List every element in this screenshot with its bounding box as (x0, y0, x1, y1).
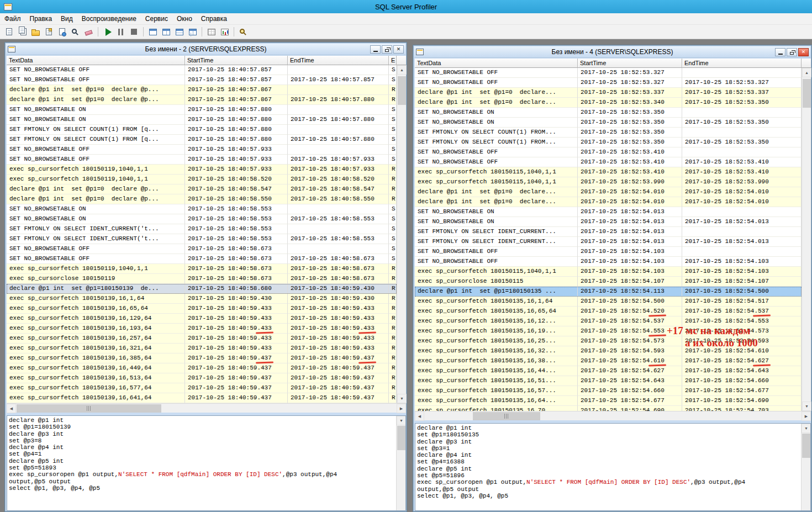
trace-row[interactable]: SET FMTONLY ON SELECT IDENT_CURRENT...20… (415, 237, 802, 247)
trace-row[interactable]: SET NO_BROWSETABLE OFF2017-10-25 18:40:5… (7, 244, 397, 254)
scroll-left-icon[interactable]: ◀ (7, 404, 16, 413)
trace-window-4-title-bar[interactable]: Без имени - 4 (SERVER\SQLEXPRESS) ✕ (414, 46, 810, 58)
trace-row[interactable]: exec sp_cursorfetch 180150115,1040,1,120… (415, 177, 802, 187)
window-tile-icon[interactable] (186, 26, 199, 38)
autoscroll-grid-icon[interactable] (205, 26, 218, 38)
trace-row[interactable]: declare @p1 int set @p1=0 declare...2017… (415, 98, 802, 108)
trace-row[interactable]: SET NO_BROWSETABLE ON2017-10-25 18:40:58… (7, 204, 397, 214)
menu-item-4[interactable]: Воспроизведение (77, 14, 141, 24)
trace-row[interactable]: exec sp_cursorclose 1801501192017-10-25 … (7, 274, 397, 284)
new-from-template-icon[interactable] (16, 26, 29, 38)
trace-row[interactable]: exec sp_cursorfetch 180150135,16,25...20… (415, 336, 802, 346)
trace-row[interactable]: SET FMTONLY ON SELECT COUNT(1) FROM [q..… (7, 125, 397, 135)
trace-row[interactable]: SET FMTONLY ON SELECT IDENT_CURRENT('t..… (7, 234, 397, 244)
scroll-up-icon[interactable]: ▲ (397, 65, 407, 75)
window-split-vertical-icon[interactable] (160, 26, 172, 38)
trace-row[interactable]: exec sp_cursorfetch 180150139,16,257,642… (7, 334, 397, 344)
trace-row[interactable]: SET NO_BROWSETABLE OFF2017-10-25 18:52:5… (415, 247, 802, 257)
trace-row[interactable]: SET FMTONLY ON SELECT COUNT(1) FROM...20… (415, 128, 802, 138)
trace-row[interactable]: declare @p1 int set @p1=0 declare...2017… (415, 88, 802, 98)
detail-vertical-scrollbar[interactable]: ▲ ▼ (396, 416, 405, 510)
stop-trace-icon[interactable] (128, 26, 140, 38)
menu-item-5[interactable]: Сервис (141, 14, 172, 24)
trace-row[interactable]: exec sp_cursorfetch 180150115,1040,1,120… (415, 267, 802, 277)
zoom-trace-icon[interactable] (237, 26, 250, 38)
find-icon[interactable] (69, 26, 82, 38)
scroll-right-icon[interactable]: ▶ (802, 411, 811, 421)
trace-row[interactable]: exec sp_cursorfetch 180150139,16,65,6420… (7, 304, 397, 314)
trace-properties-icon[interactable] (56, 26, 68, 38)
scrollbar-thumb[interactable] (803, 79, 811, 108)
trace-row[interactable]: exec sp_cursorfetch 180150135,16,19...20… (415, 326, 802, 336)
detail-vertical-scrollbar[interactable]: ▲ ▼ (801, 424, 810, 510)
trace-row[interactable]: exec sp_cursorfetch 180150119,1040,1,120… (7, 175, 397, 184)
column-header-textdata[interactable]: TextData (7, 56, 185, 65)
trace-row[interactable]: SET NO_BROWSETABLE OFF2017-10-25 18:52:5… (415, 78, 802, 88)
window-view-icon[interactable] (146, 26, 159, 38)
scrollbar-thumb[interactable] (397, 426, 405, 450)
scroll-left-icon[interactable]: ◀ (415, 411, 424, 421)
scroll-right-icon[interactable]: ▶ (397, 404, 406, 413)
trace-row[interactable]: SET FMTONLY ON SELECT IDENT_CURRENT...20… (415, 227, 802, 237)
close-button[interactable]: ✕ (393, 45, 404, 54)
scroll-down-icon[interactable]: ▼ (802, 402, 811, 411)
trace-row[interactable]: declare @p1 int set @p1=0 declare @p...2… (7, 184, 397, 194)
trace-row[interactable]: SET NO_BROWSETABLE ON2017-10-25 18:40:57… (7, 105, 397, 115)
trace-row[interactable]: exec sp_cursorfetch 180150135,16,65,6420… (415, 307, 802, 316)
trace-row[interactable]: exec sp_cursorfetch 180150135,16,57...20… (415, 386, 802, 396)
grid-horizontal-scrollbar[interactable]: ◀ ▶ (7, 403, 406, 413)
trace-row[interactable]: exec sp_cursorfetch 180150135,16,32...20… (415, 346, 802, 356)
scroll-up-icon[interactable]: ▲ (802, 68, 811, 77)
trace-row[interactable]: SET NO_BROWSETABLE ON2017-10-25 18:52:54… (415, 217, 802, 227)
trace-row[interactable]: SET NO_BROWSETABLE ON2017-10-25 18:52:53… (415, 108, 802, 118)
trace-row[interactable]: exec sp_cursorfetch 180150139,16,577,642… (7, 383, 397, 393)
scroll-down-icon[interactable]: ▼ (802, 424, 811, 433)
trace-row[interactable]: exec sp_cursorfetch 180150139,16,321,642… (7, 344, 397, 353)
trace-row[interactable]: SET NO_BROWSETABLE OFF2017-10-25 18:52:5… (415, 147, 802, 157)
trace-row[interactable]: exec sp_cursorfetch 180150135,16,12...20… (415, 316, 802, 326)
trace-row[interactable]: SET FMTONLY ON SELECT COUNT(1) FROM [q..… (7, 135, 397, 145)
column-header-endtime[interactable]: EndTime (682, 59, 802, 68)
trace-row[interactable]: exec sp_cursorfetch 180150139,16,385,642… (7, 353, 397, 363)
trace-row[interactable]: SET NO_BROWSETABLE OFF2017-10-25 18:40:5… (7, 65, 397, 75)
trace-row[interactable]: exec sp_cursorfetch 180150135,16,64...20… (415, 396, 802, 406)
trace-row[interactable]: declare @p1 int set @p1=0 declare...2017… (415, 187, 802, 197)
minimize-button[interactable] (775, 48, 785, 56)
trace-row[interactable]: SET FMTONLY ON SELECT COUNT(1) FROM...20… (415, 138, 802, 147)
pause-trace-icon[interactable] (114, 26, 127, 38)
scrollbar-thumb[interactable] (802, 434, 810, 458)
menu-item-3[interactable]: Вид (56, 14, 77, 24)
grid-vertical-scrollbar[interactable]: ▲ ▼ (397, 65, 406, 403)
trace-row[interactable]: exec sp_cursorfetch 180150139,16,193,642… (7, 324, 397, 334)
scrollbar-thumb[interactable] (398, 76, 406, 105)
restore-button[interactable] (382, 45, 392, 54)
column-header-e[interactable]: E (389, 56, 397, 65)
trace-row[interactable]: exec sp_cursorfetch 180150119,1040,1,120… (7, 264, 397, 274)
start-trace-icon[interactable] (101, 26, 114, 38)
trace-row[interactable]: SET NO_BROWSETABLE OFF2017-10-25 18:52:5… (415, 257, 802, 267)
trace-row[interactable]: exec sp_cursorfetch 180150139,16,449,642… (7, 363, 397, 373)
trace-row[interactable]: declare @p1 int set @p1=0 declare @p...2… (7, 85, 397, 95)
new-trace-icon[interactable] (3, 26, 15, 38)
trace-row[interactable]: SET FMTONLY ON SELECT IDENT_CURRENT('t..… (7, 224, 397, 234)
save-trace-icon[interactable] (43, 26, 55, 38)
window-split-horizontal-icon[interactable] (173, 26, 186, 38)
minimize-button[interactable] (370, 45, 381, 54)
scrollbar-thumb[interactable] (473, 412, 540, 420)
scroll-down-icon[interactable]: ▼ (397, 416, 406, 425)
column-header-textdata[interactable]: TextData (415, 59, 578, 68)
trace-row[interactable]: declare @p1 int set @p1=180150139 de...2… (7, 284, 397, 294)
trace-row[interactable]: exec sp_cursorfetch 180150135,16,44...20… (415, 366, 802, 376)
trace-row[interactable]: declare @p1 int set @p1=0 declare...2017… (415, 197, 802, 207)
open-trace-icon[interactable] (29, 26, 42, 38)
trace-row[interactable]: declare @p1 int set @p1=180150135 ...201… (415, 287, 802, 297)
clear-trace-icon[interactable] (82, 26, 95, 38)
menu-item-6[interactable]: Окно (172, 14, 197, 24)
trace-row[interactable]: exec sp_cursorfetch 180150139,16,1,64201… (7, 294, 397, 304)
trace-row[interactable]: exec sp_cursorfetch 180150119,1040,1,120… (7, 165, 397, 175)
trace-chart-icon[interactable] (218, 26, 231, 38)
trace-row[interactable]: exec sp_cursorfetch 180150135,16,51...20… (415, 376, 802, 386)
trace-row[interactable]: exec sp_cursorclose 1801501152017-10-25 … (415, 277, 802, 287)
trace-row[interactable]: SET NO_BROWSETABLE ON2017-10-25 18:40:58… (7, 214, 397, 224)
trace-row[interactable]: SET NO_BROWSETABLE OFF2017-10-25 18:40:5… (7, 254, 397, 264)
